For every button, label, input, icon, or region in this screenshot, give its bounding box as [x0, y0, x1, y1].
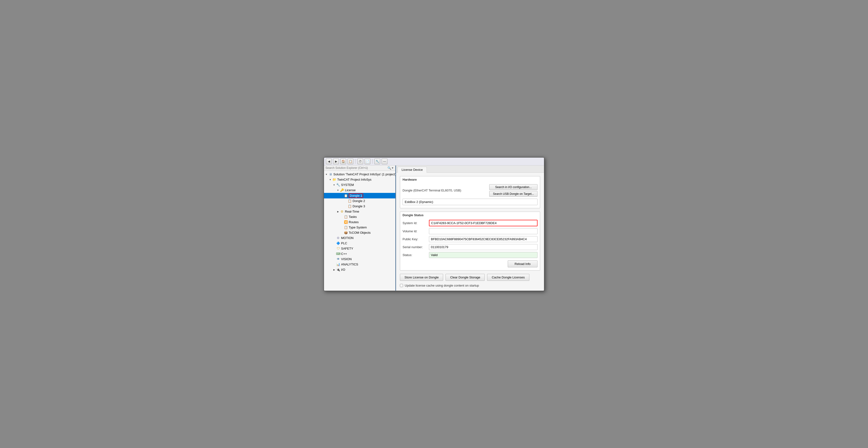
tree-item-tccom[interactable]: 📦 TcCOM Objects — [324, 230, 395, 235]
system-icon: 🔧 — [336, 183, 340, 187]
realtime-expand-icon[interactable]: ▶ — [336, 210, 340, 214]
volume-id-label: Volume Id: — [403, 230, 429, 233]
io-label: I/O — [341, 268, 345, 271]
license-expand-icon[interactable]: ▼ — [336, 188, 340, 192]
system-expand-icon[interactable]: ▼ — [332, 183, 336, 187]
tab-license-device-label: License Device — [402, 168, 423, 172]
tree-item-safety[interactable]: 🛡 SAFETY — [324, 246, 395, 251]
volume-id-row: Volume Id: — [403, 228, 537, 234]
back-button[interactable]: ◀ — [326, 158, 332, 164]
left-panel: 🔍 ▼ ▼ 🖥 Solution 'TwinCAT Project InfoSy… — [324, 166, 396, 291]
typesystem-expand-icon — [340, 226, 344, 230]
tree-item-license[interactable]: ▼ 🔑 License — [324, 188, 395, 193]
license-icon: 🔑 — [340, 188, 344, 192]
search-dropdown-icon[interactable]: ▼ — [391, 167, 394, 169]
tree-item-cpp[interactable]: ⌨ C++ — [324, 251, 395, 257]
plc-label: PLC — [341, 241, 347, 245]
hardware-row: Dongle (EtherCAT Terminal EL6070, USB) S… — [403, 184, 537, 197]
typesystem-label: Type System — [349, 226, 367, 229]
tree-item-project[interactable]: ▼ 📁 TwinCAT Project InfoSys — [324, 177, 395, 182]
dongle-status-title: Dongle Status — [400, 212, 540, 218]
dongle1-expand-icon — [340, 193, 344, 198]
update-cache-checkbox[interactable] — [400, 284, 403, 287]
routes-icon: 🔀 — [344, 220, 348, 225]
tccom-icon: 📦 — [344, 231, 348, 235]
clear-dongle-button[interactable]: Clear Dongle Storage — [445, 274, 485, 281]
public-key-label: Public Key: — [403, 237, 429, 241]
tree-item-motion[interactable]: ⚙ MOTION — [324, 235, 395, 241]
dongle3-expand-icon — [344, 204, 347, 208]
search-input[interactable] — [326, 166, 388, 170]
dongle1-icon: 📋 — [344, 193, 348, 198]
tccom-label: TcCOM Objects — [349, 231, 371, 234]
copy-button[interactable]: 📋 — [347, 158, 353, 164]
search-bar: 🔍 ▼ — [324, 166, 395, 171]
project-icon: 📁 — [332, 178, 337, 182]
hardware-section-body: Dongle (EtherCAT Terminal EL6070, USB) S… — [400, 182, 540, 208]
vision-icon: 👁 — [336, 257, 340, 261]
dongle2-icon: 📋 — [347, 199, 352, 203]
panel-content: Hardware Dongle (EtherCAT Terminal EL607… — [396, 173, 544, 291]
tree-item-plc[interactable]: 🔷 PLC — [324, 241, 395, 246]
tree-item-dongle2[interactable]: 📋 Dongle 2 — [324, 199, 395, 204]
tab-bar: License Device — [396, 166, 544, 173]
vision-expand-icon — [332, 257, 336, 261]
settings-button[interactable]: 🔧 — [374, 158, 380, 164]
reload-info-button[interactable]: Reload Info — [508, 260, 538, 267]
timer-button[interactable]: ⏱ — [358, 158, 363, 164]
public-key-row: Public Key: — [403, 236, 537, 242]
toolbar: ◀ ▶ 🏠 📋 ⏱ 📄 🔧 — — [324, 157, 544, 166]
bottom-buttons: Store License on Dongle Clear Dongle Sto… — [400, 274, 540, 281]
forward-button[interactable]: ▶ — [333, 158, 339, 164]
tree-item-system[interactable]: ▼ 🔧 SYSTEM — [324, 182, 395, 188]
cache-dongle-button[interactable]: Cache Dongle Licenses — [487, 274, 529, 281]
typesystem-icon: 📋 — [344, 225, 348, 230]
tree-item-tasks[interactable]: 📋 Tasks — [324, 214, 395, 219]
search-icon[interactable]: 🔍 — [388, 166, 391, 170]
motion-expand-icon — [332, 236, 336, 240]
status-row: Status: — [403, 252, 537, 258]
solution-tree: ▼ 🖥 Solution 'TwinCAT Project InfoSys' (… — [324, 171, 395, 291]
io-expand-icon[interactable]: ▶ — [332, 268, 336, 272]
home-button[interactable]: 🏠 — [340, 158, 346, 164]
project-expand-icon[interactable]: ▼ — [328, 178, 332, 182]
dongle3-label: Dongle 3 — [352, 204, 365, 208]
tree-item-io[interactable]: ▶ 🔌 I/O — [324, 267, 395, 272]
system-id-row: System Id: — [403, 220, 537, 226]
vision-label: VISION — [341, 257, 352, 261]
safety-label: SAFETY — [341, 247, 353, 250]
separator-2 — [372, 159, 373, 164]
tree-item-vision[interactable]: 👁 VISION — [324, 257, 395, 262]
tccom-expand-icon — [340, 231, 344, 235]
store-license-button[interactable]: Store License on Dongle — [400, 274, 443, 281]
solution-icon: 🖥 — [328, 172, 333, 177]
cpp-label: C++ — [341, 252, 347, 256]
search-usb-button[interactable]: Search USB Dongle on Target... — [489, 191, 537, 197]
tree-item-dongle3[interactable]: 📋 Dongle 3 — [324, 204, 395, 209]
status-field[interactable] — [429, 252, 537, 258]
tree-item-routes[interactable]: 🔀 Routes — [324, 219, 395, 225]
minus-button[interactable]: — — [382, 158, 388, 164]
tree-item-dongle1[interactable]: 📋 Dongle 1 — [324, 193, 395, 199]
system-id-field[interactable] — [429, 220, 537, 226]
search-io-button[interactable]: Search in I/O configuration... — [489, 184, 537, 190]
dongle3-icon: 📋 — [347, 204, 352, 209]
volume-id-field[interactable] — [429, 228, 537, 234]
tasks-label: Tasks — [349, 215, 356, 218]
tab-license-device[interactable]: License Device — [398, 167, 427, 173]
device-name-field: EsbBox 2 (Dynamic) — [403, 199, 537, 205]
tree-item-analytics[interactable]: 📊 ANALYTICS — [324, 262, 395, 267]
serial-field[interactable] — [429, 244, 537, 250]
public-key-field[interactable] — [429, 236, 537, 242]
tree-item-typesystem[interactable]: 📋 Type System — [324, 225, 395, 230]
solution-expand-icon[interactable]: ▼ — [324, 173, 328, 176]
separator-1 — [355, 159, 355, 164]
tree-item-realtime[interactable]: ▶ ⚙ Real-Time — [324, 209, 395, 214]
update-cache-label: Update license cache using dongle conten… — [405, 284, 479, 287]
hardware-section-title: Hardware — [400, 176, 540, 182]
page-button[interactable]: 📄 — [365, 158, 370, 164]
hardware-dongle-label: Dongle (EtherCAT Terminal EL6070, USB) — [403, 188, 461, 192]
dongle2-expand-icon — [344, 199, 347, 203]
tree-item-solution[interactable]: ▼ 🖥 Solution 'TwinCAT Project InfoSys' (… — [324, 172, 395, 177]
license-label: License — [345, 188, 356, 192]
